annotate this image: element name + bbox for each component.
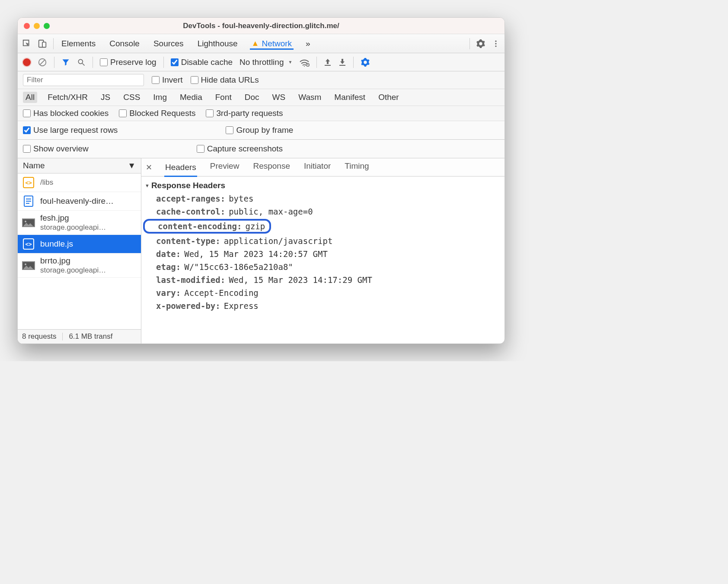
separator bbox=[316, 57, 317, 68]
svg-line-8 bbox=[83, 63, 85, 65]
tab-network[interactable]: ▲ Network bbox=[250, 38, 294, 50]
download-har-icon[interactable] bbox=[338, 58, 346, 67]
invert-checkbox[interactable]: Invert bbox=[152, 75, 183, 85]
file-type-icon: <> bbox=[22, 176, 35, 189]
response-header-row: cache-control: public, max-age=0 bbox=[141, 205, 504, 218]
throttling-select[interactable]: No throttling bbox=[239, 58, 292, 67]
window-minimize-button[interactable] bbox=[34, 23, 40, 29]
type-filter-media[interactable]: Media bbox=[177, 92, 205, 103]
request-row[interactable]: fesh.jpgstorage.googleapi… bbox=[18, 211, 141, 235]
separator bbox=[93, 57, 93, 68]
disable-cache-checkbox[interactable]: Disable cache bbox=[171, 58, 233, 67]
type-filter-fetch-xhr[interactable]: Fetch/XHR bbox=[45, 92, 90, 103]
type-filter-all[interactable]: All bbox=[23, 92, 37, 103]
type-filter-doc[interactable]: Doc bbox=[242, 92, 262, 103]
separator bbox=[163, 57, 164, 68]
upload-har-icon[interactable] bbox=[324, 58, 332, 67]
search-icon[interactable] bbox=[77, 58, 86, 67]
detail-tab-response[interactable]: Response bbox=[252, 158, 291, 177]
name-header-label: Name bbox=[23, 161, 45, 170]
window-close-button[interactable] bbox=[24, 23, 30, 29]
header-key: content-type: bbox=[156, 236, 220, 246]
blocked-requests-checkbox[interactable]: Blocked Requests bbox=[119, 109, 195, 118]
header-value: gzip bbox=[245, 221, 265, 231]
header-value: bytes bbox=[229, 194, 253, 203]
request-row[interactable]: brrto.jpgstorage.googleapi… bbox=[18, 253, 141, 278]
request-detail: ✕ HeadersPreviewResponseInitiatorTiming … bbox=[141, 158, 504, 343]
type-filter-manifest[interactable]: Manifest bbox=[332, 92, 368, 103]
sort-icon: ▼ bbox=[128, 161, 136, 170]
request-row[interactable]: foul-heavenly-dire… bbox=[18, 192, 141, 211]
close-detail-button[interactable]: ✕ bbox=[146, 163, 152, 172]
header-value: Accept-Encoding bbox=[184, 288, 259, 298]
show-overview-checkbox[interactable]: Show overview bbox=[23, 144, 89, 154]
status-bar: 8 requests 6.1 MB transf bbox=[18, 329, 141, 343]
type-filter-bar: AllFetch/XHRJSCSSImgMediaFontDocWSWasmMa… bbox=[18, 89, 504, 106]
detail-tab-timing[interactable]: Timing bbox=[344, 158, 370, 177]
request-name: fesh.jpg bbox=[40, 213, 106, 223]
request-name: foul-heavenly-dire… bbox=[40, 196, 114, 206]
type-filter-font[interactable]: Font bbox=[213, 92, 234, 103]
request-row[interactable]: <>/libs bbox=[18, 173, 141, 192]
clear-icon[interactable] bbox=[38, 58, 47, 67]
tab-sources[interactable]: Sources bbox=[152, 38, 185, 50]
type-filter-css[interactable]: CSS bbox=[121, 92, 143, 103]
tab-console[interactable]: Console bbox=[108, 38, 141, 50]
record-button[interactable] bbox=[23, 58, 31, 66]
filter-funnel-icon[interactable] bbox=[61, 58, 70, 67]
blocked-req-label: Blocked Requests bbox=[129, 109, 195, 118]
type-filter-wasm[interactable]: Wasm bbox=[296, 92, 324, 103]
group-by-frame-checkbox[interactable]: Group by frame bbox=[226, 125, 293, 135]
request-name: bundle.js bbox=[40, 239, 73, 249]
has-blocked-cookies-checkbox[interactable]: Has blocked cookies bbox=[23, 109, 109, 118]
large-rows-checkbox[interactable]: Use large request rows bbox=[23, 125, 118, 135]
type-filter-ws[interactable]: WS bbox=[270, 92, 288, 103]
request-rows: <>/libsfoul-heavenly-dire…fesh.jpgstorag… bbox=[18, 173, 141, 329]
svg-point-4 bbox=[495, 45, 496, 47]
hide-data-urls-checkbox[interactable]: Hide data URLs bbox=[191, 75, 259, 85]
header-value: Express bbox=[224, 301, 259, 311]
type-filter-other[interactable]: Other bbox=[376, 92, 402, 103]
titlebar: DevTools - foul-heavenly-direction.glitc… bbox=[18, 18, 504, 34]
detail-tab-headers[interactable]: Headers bbox=[164, 158, 197, 177]
svg-rect-12 bbox=[339, 65, 345, 66]
name-column-header[interactable]: Name ▼ bbox=[18, 158, 141, 173]
svg-point-2 bbox=[495, 40, 496, 42]
detail-tab-initiator[interactable]: Initiator bbox=[303, 158, 332, 177]
group-frame-label: Group by frame bbox=[236, 125, 293, 135]
tab-lighthouse[interactable]: Lighthouse bbox=[196, 38, 239, 50]
throttling-value: No throttling bbox=[239, 58, 284, 67]
section-label: Response Headers bbox=[151, 181, 225, 190]
inspect-icon[interactable] bbox=[22, 39, 32, 48]
window-zoom-button[interactable] bbox=[44, 23, 50, 29]
device-toggle-icon[interactable] bbox=[38, 39, 47, 48]
third-party-checkbox[interactable]: 3rd-party requests bbox=[206, 109, 283, 118]
response-header-row: accept-ranges: bytes bbox=[141, 192, 504, 205]
request-row[interactable]: <>bundle.js bbox=[18, 235, 141, 253]
separator bbox=[54, 57, 54, 68]
filter-input[interactable] bbox=[23, 74, 144, 86]
type-filter-js[interactable]: JS bbox=[98, 92, 113, 103]
response-header-row: content-type: application/javascript bbox=[141, 234, 504, 247]
kebab-menu-icon[interactable] bbox=[492, 39, 500, 48]
header-key: vary: bbox=[156, 288, 181, 298]
detail-tab-preview[interactable]: Preview bbox=[209, 158, 240, 177]
settings-gear-icon[interactable] bbox=[476, 39, 485, 48]
status-requests: 8 requests bbox=[22, 332, 56, 341]
large-rows-label: Use large request rows bbox=[33, 125, 118, 135]
third-party-label: 3rd-party requests bbox=[216, 109, 283, 118]
network-conditions-icon[interactable] bbox=[299, 58, 310, 67]
more-tabs-button[interactable]: » bbox=[304, 38, 312, 50]
tab-elements[interactable]: Elements bbox=[60, 38, 97, 50]
type-filter-img[interactable]: Img bbox=[150, 92, 169, 103]
response-header-row: date: Wed, 15 Mar 2023 14:20:57 GMT bbox=[141, 247, 504, 260]
capture-screenshots-checkbox[interactable]: Capture screenshots bbox=[197, 144, 283, 154]
warning-icon: ▲ bbox=[252, 39, 259, 48]
preserve-log-checkbox[interactable]: Preserve log bbox=[100, 58, 156, 67]
response-headers-section[interactable]: Response Headers bbox=[141, 179, 504, 192]
svg-point-3 bbox=[495, 43, 496, 44]
devtools-window: DevTools - foul-heavenly-direction.glitc… bbox=[17, 17, 505, 344]
network-settings-icon[interactable] bbox=[361, 58, 370, 67]
filter-bar: Invert Hide data URLs bbox=[18, 71, 504, 89]
tab-network-label: Network bbox=[262, 39, 292, 48]
